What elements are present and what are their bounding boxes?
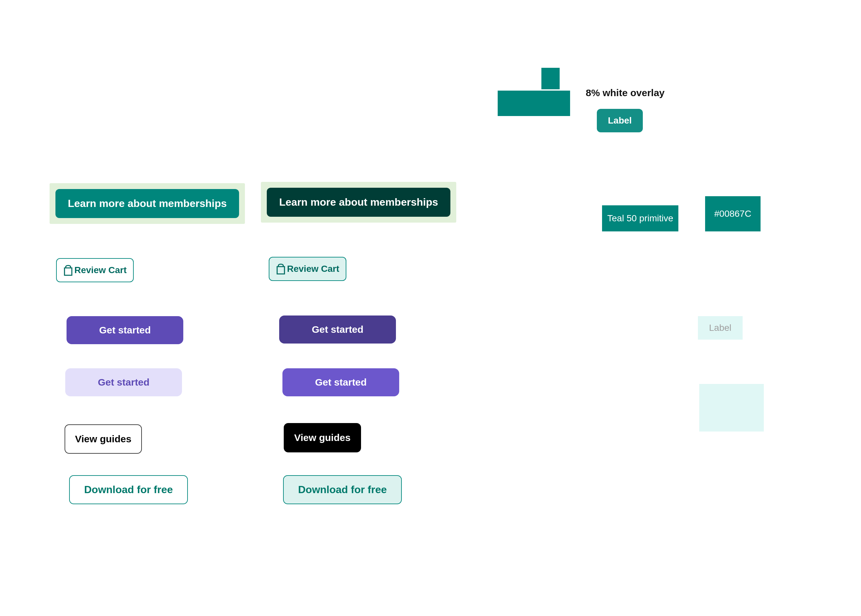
get-started-secondary[interactable]: Get started: [65, 368, 182, 396]
disabled-label-button: Label: [698, 316, 743, 339]
review-cart-label: Review Cart: [74, 265, 126, 275]
get-started-secondary-hover[interactable]: Get started: [282, 368, 399, 396]
hex-swatch: #00867C: [705, 196, 760, 231]
label-button-overlay[interactable]: Label: [597, 109, 643, 132]
shopping-bag-icon: [63, 265, 73, 276]
get-started-primary[interactable]: Get started: [66, 316, 183, 344]
learn-memberships-button[interactable]: Learn more about memberships: [55, 189, 239, 218]
learn-memberships-button-hover[interactable]: Learn more about memberships: [267, 188, 450, 217]
view-guides-button[interactable]: View guides: [65, 424, 142, 454]
membership-container-default: Learn more about memberships: [50, 183, 245, 224]
download-free-button-hover[interactable]: Download for free: [283, 475, 402, 504]
teal-swatch-wide: [498, 91, 570, 116]
download-free-button[interactable]: Download for free: [69, 475, 188, 504]
view-guides-button-hover[interactable]: View guides: [284, 423, 361, 453]
review-cart-button-hover[interactable]: Review Cart: [269, 257, 346, 281]
get-started-primary-hover[interactable]: Get started: [279, 316, 396, 344]
review-cart-label: Review Cart: [287, 264, 339, 274]
overlay-description: 8% white overlay: [586, 87, 665, 98]
shopping-bag-icon: [276, 263, 286, 274]
membership-container-hover: Learn more about memberships: [261, 182, 456, 223]
teal-primitive-swatch: Teal 50 primitive: [602, 205, 678, 231]
teal-swatch-small: [541, 68, 560, 89]
pale-teal-swatch: [699, 384, 764, 432]
review-cart-button[interactable]: Review Cart: [56, 258, 134, 282]
